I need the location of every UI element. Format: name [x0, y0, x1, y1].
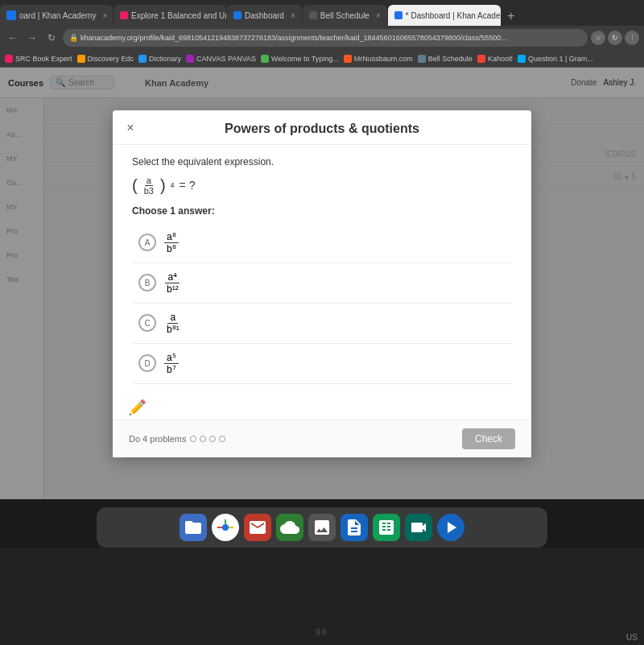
webpage: Courses 🔍 Search Khan Academy Donate Ash… — [0, 68, 644, 499]
check-button[interactable]: Check — [462, 428, 515, 449]
bookmark-3-favicon — [138, 55, 147, 63]
choice-a-num: a⁸ — [164, 231, 179, 243]
files-icon[interactable] — [180, 514, 207, 541]
bookmark-3[interactable]: Dictionary — [138, 55, 181, 63]
menu-icon[interactable]: ⋮ — [625, 31, 639, 45]
modal-header: × Powers of products & quotients — [113, 110, 531, 145]
choice-frac-a: a⁸ b⁸ — [164, 231, 179, 254]
hint-area: ✏️ — [113, 395, 531, 420]
modal-overlay: × Powers of products & quotients Select … — [0, 68, 644, 499]
laptop-bottom: 96 US — [0, 499, 644, 645]
bookmark-5[interactable]: Welcome to Typing... — [261, 55, 339, 63]
bookmark-4-favicon — [186, 55, 194, 63]
bookmark-6[interactable]: MrNussbaum.com — [344, 55, 413, 63]
progress-dots — [190, 436, 225, 442]
gmail-icon[interactable] — [244, 514, 271, 541]
question-expression: ( a b3 ) 4 = ? — [132, 176, 512, 196]
tab-2-label: Explore 1 Balanced and Unb... — [131, 11, 226, 20]
answer-choice-d[interactable]: D a⁵ b⁷ — [132, 344, 512, 384]
bookmark-9[interactable]: Question 1 | Gram... — [518, 55, 593, 63]
choice-frac-b: a⁴ b¹² — [164, 271, 181, 295]
url-bar[interactable]: 🔒 khanacademy.org/profile/kaid_698105412… — [63, 29, 588, 47]
exercise-modal: × Powers of products & quotients Select … — [113, 110, 531, 457]
choice-a-den: b⁸ — [164, 243, 179, 254]
tab-5[interactable]: * Dashboard | Khan Academy × — [388, 5, 501, 26]
tab-4-close[interactable]: × — [376, 11, 381, 20]
bookmarks-bar: SRC Book Expert Discovery Edc Dictionary… — [0, 50, 644, 68]
bookmark-6-label: MrNussbaum.com — [354, 55, 413, 63]
modal-body: Select the equivalent expression. ( a b3… — [113, 145, 531, 395]
meet-icon[interactable] — [405, 514, 432, 541]
screen-area: oard | Khan Academy × Explore 1 Balanced… — [0, 0, 644, 499]
bookmark-2-label: Discovery Edc — [88, 55, 134, 63]
choose-label: Choose 1 answer: — [132, 205, 512, 217]
bookmark-5-label: Welcome to Typing... — [271, 55, 339, 63]
drive-icon[interactable] — [276, 514, 303, 541]
bookmark-4[interactable]: CANVAS PANVAS — [186, 55, 256, 63]
question-fraction: a b3 — [142, 176, 155, 196]
modal-close-button[interactable]: × — [122, 120, 138, 136]
bookmark-9-label: Question 1 | Gram... — [528, 55, 593, 63]
fraction-denominator: b3 — [142, 186, 155, 196]
photos-icon[interactable] — [308, 514, 336, 541]
browser-actions: ☆ ↻ ⋮ — [591, 31, 639, 45]
sheets-icon[interactable] — [373, 514, 400, 541]
do-problems: Do 4 problems — [129, 434, 225, 444]
tab-2[interactable]: Explore 1 Balanced and Unb... × — [114, 5, 226, 26]
bookmark-7[interactable]: Bell Schedule — [418, 55, 473, 63]
bookmark-8[interactable]: Kahoot! — [477, 55, 513, 63]
choice-c-den: b⁸¹ — [164, 324, 182, 335]
bookmark-1[interactable]: SRC Book Expert — [5, 55, 72, 63]
taskbar — [97, 507, 547, 548]
choice-circle-a: A — [138, 234, 156, 251]
answer-choice-c[interactable]: C a b⁸¹ — [132, 304, 512, 344]
answer-choices: A a⁸ b⁸ B — [132, 223, 512, 384]
exponent: 4 — [171, 181, 175, 189]
tab-1-label: oard | Khan Academy — [19, 11, 96, 20]
answer-choice-b[interactable]: B a⁴ b¹² — [132, 263, 512, 304]
chrome-icon[interactable] — [212, 514, 239, 541]
reload-button[interactable]: ↻ — [43, 30, 60, 46]
choice-circle-d: D — [138, 354, 156, 372]
tab-3[interactable]: Dashboard × — [227, 5, 302, 26]
choice-content-d: a⁵ b⁷ — [164, 352, 179, 375]
bookmark-6-favicon — [344, 55, 352, 63]
forward-button[interactable]: → — [24, 30, 40, 46]
lock-icon: 🔒 — [69, 34, 78, 42]
tab-1-close[interactable]: × — [102, 11, 107, 20]
modal-title: Powers of products & quotients — [225, 122, 419, 135]
modal-footer: Do 4 problems Check — [113, 420, 531, 457]
choice-content-a: a⁸ b⁸ — [164, 231, 179, 254]
choice-d-num: a⁵ — [164, 352, 179, 364]
keyboard-area: 96 — [0, 548, 644, 645]
url-text: khanacademy.org/profile/kaid_69810541219… — [80, 34, 507, 42]
tab-2-favicon — [120, 11, 128, 19]
star-icon[interactable]: ☆ — [591, 31, 605, 45]
tab-4[interactable]: Bell Schedule × — [303, 5, 387, 26]
do-problems-label: Do 4 problems — [129, 434, 187, 444]
tab-3-label: Dashboard — [245, 11, 284, 20]
docs-icon[interactable] — [341, 514, 368, 541]
new-tab-button[interactable]: + — [502, 6, 521, 26]
fraction-numerator: a — [145, 176, 153, 186]
tab-4-favicon — [309, 11, 317, 19]
bookmark-1-label: SRC Book Expert — [15, 55, 72, 63]
choice-content-c: a b⁸¹ — [164, 312, 182, 335]
choice-circle-c: C — [138, 314, 156, 332]
bookmark-2[interactable]: Discovery Edc — [77, 55, 134, 63]
choice-frac-c: a b⁸¹ — [164, 312, 182, 335]
tab-1[interactable]: oard | Khan Academy × — [0, 5, 113, 26]
answer-choice-a[interactable]: A a⁸ b⁸ — [132, 223, 512, 263]
browser-chrome: oard | Khan Academy × Explore 1 Balanced… — [0, 0, 644, 68]
tab-3-close[interactable]: × — [291, 11, 295, 20]
bookmark-1-favicon — [5, 55, 13, 63]
reload-btn[interactable]: ↻ — [608, 31, 622, 45]
play-icon[interactable] — [437, 514, 464, 541]
hint-icon[interactable]: ✏️ — [129, 399, 147, 416]
keyboard-hint: 96 — [316, 627, 328, 637]
tab-3-favicon — [233, 11, 242, 19]
address-bar: ← → ↻ 🔒 khanacademy.org/profile/kaid_698… — [0, 26, 644, 50]
back-button[interactable]: ← — [5, 30, 21, 46]
choice-b-den: b¹² — [164, 283, 181, 295]
choice-b-num: a⁴ — [165, 271, 180, 283]
